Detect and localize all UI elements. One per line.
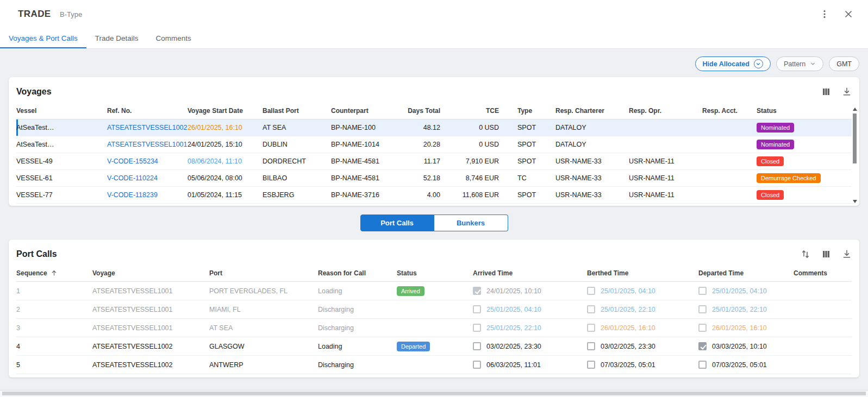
- port-call-sequence: 5: [16, 361, 92, 369]
- voyages-column-header[interactable]: Type: [499, 107, 555, 115]
- voyages-column-header[interactable]: Vessel: [16, 107, 107, 115]
- voyages-column-header[interactable]: Counterpart: [331, 107, 396, 115]
- gmt-button[interactable]: GMT: [829, 56, 859, 71]
- tab-comments[interactable]: Comments: [147, 28, 200, 48]
- voyages-column-header[interactable]: Ref. No.: [107, 107, 188, 115]
- voyages-scrollbar[interactable]: [851, 108, 858, 203]
- voyages-column-header[interactable]: Resp. Charterer: [555, 107, 629, 115]
- download-icon[interactable]: [842, 249, 852, 259]
- voyage-ref-link[interactable]: V-CODE-110224: [107, 174, 188, 182]
- port-calls-column-header[interactable]: Status: [397, 269, 473, 277]
- voyage-row[interactable]: AtSeaTest…ATSEATESTVESSEL100124/01/2025,…: [16, 136, 852, 153]
- departed-actual-checkbox[interactable]: [698, 324, 707, 332]
- scrollbar-track[interactable]: [851, 111, 858, 200]
- voyages-column-header[interactable]: Days Total: [396, 107, 440, 115]
- arrived-actual-checkbox[interactable]: [473, 324, 481, 332]
- port-call-row[interactable]: 2ATSEATESTVESSEL1001MIAMI, FLDischarging…: [16, 300, 852, 319]
- voyage-start-date: 24/01/2025, 15:10: [188, 141, 263, 148]
- column-label: Berthed Time: [587, 269, 628, 277]
- tab-voyages-port-calls[interactable]: Voyages & Port Calls: [0, 28, 86, 48]
- status-badge: Closed: [757, 190, 784, 200]
- hide-allocated-button[interactable]: Hide Allocated: [695, 56, 771, 71]
- port-call-berthed-time: 25/01/2025, 04:10: [587, 287, 698, 295]
- voyage-ref-link[interactable]: ATSEATESTVESSEL1002: [107, 124, 188, 131]
- voyage-status: Closed: [757, 190, 852, 200]
- berthed-actual-checkbox[interactable]: [587, 361, 595, 369]
- port-call-sequence: 4: [16, 343, 92, 350]
- voyage-ref-link[interactable]: V-CODE-118239: [107, 191, 188, 199]
- port-call-row[interactable]: 1ATSEATESTVESSEL1001PORT EVERGLADES, FLL…: [16, 282, 852, 300]
- port-call-arrived-time: 03/02/2025, 23:30: [473, 342, 587, 350]
- port-call-row[interactable]: 4ATSEATESTVESSEL1002GLASGOWLoadingDepart…: [16, 337, 852, 356]
- more-menu-icon[interactable]: [819, 9, 830, 20]
- port-call-reason: Discharging: [318, 306, 397, 313]
- port-calls-card: Port Calls SequenceVoyagePortReason for …: [9, 240, 859, 377]
- arrived-time-text: 25/01/2025, 22:10: [486, 324, 541, 332]
- departed-actual-checkbox[interactable]: [698, 305, 707, 313]
- toggle-bunkers[interactable]: Bunkers: [434, 215, 508, 231]
- tab-bar: Voyages & Port Calls Trade Details Comme…: [0, 28, 868, 49]
- voyage-ref-link[interactable]: V-CODE-155234: [107, 157, 188, 165]
- voyage-start-date: 05/06/2024, 08:00: [188, 174, 263, 182]
- voyages-column-header[interactable]: Resp. Acct.: [702, 107, 757, 115]
- voyages-column-header[interactable]: Voyage Start Date: [188, 107, 263, 115]
- port-call-row[interactable]: 5ATSEATESTVESSEL1002ANTWERPDischarging06…: [16, 356, 852, 374]
- departed-actual-checkbox[interactable]: [698, 287, 707, 295]
- page-title: TRADE: [18, 9, 51, 19]
- window-actions: [819, 9, 854, 20]
- download-icon[interactable]: [842, 87, 852, 97]
- port-call-sequence: 1: [16, 287, 92, 295]
- port-calls-column-header[interactable]: Reason for Call: [318, 269, 397, 277]
- port-calls-column-header[interactable]: Berthed Time: [587, 269, 698, 277]
- trade-type-label: B-Type: [60, 10, 82, 18]
- port-call-arrived-time: 25/01/2025, 22:10: [473, 324, 587, 332]
- voyage-row[interactable]: AtSeaTest…ATSEATESTVESSEL100226/01/2025,…: [16, 119, 852, 136]
- tab-trade-details[interactable]: Trade Details: [86, 28, 147, 48]
- arrived-actual-checkbox[interactable]: [473, 342, 481, 350]
- port-calls-column-header[interactable]: Voyage: [92, 269, 209, 277]
- scrollbar-thumb[interactable]: [853, 114, 857, 163]
- close-icon[interactable]: [843, 9, 854, 20]
- voyages-column-header[interactable]: Resp. Opr.: [629, 107, 702, 115]
- columns-icon[interactable]: [821, 87, 831, 97]
- voyages-column-header[interactable]: TCE: [440, 107, 499, 115]
- voyage-row[interactable]: VESSEL-77V-CODE-11823901/05/2024, 11:15E…: [16, 187, 852, 204]
- berthed-actual-checkbox[interactable]: [587, 305, 595, 313]
- departed-actual-checkbox[interactable]: [698, 342, 707, 350]
- toggle-port-calls[interactable]: Port Calls: [360, 215, 434, 231]
- voyage-tce: 11,608 EUR: [440, 191, 499, 199]
- scroll-down-icon[interactable]: [853, 200, 857, 203]
- horizontal-scrollbar-thumb[interactable]: [2, 392, 866, 395]
- voyage-row[interactable]: VESSEL-49V-CODE-15523408/06/2024, 11:10D…: [16, 153, 852, 170]
- arrived-time-text: 24/01/2025, 10:10: [486, 287, 541, 295]
- berthed-actual-checkbox[interactable]: [587, 342, 595, 350]
- pattern-button[interactable]: Pattern: [776, 56, 823, 71]
- port-call-row[interactable]: 3ATSEATESTVESSEL1001AT SEADischarging25/…: [16, 319, 852, 337]
- port-calls-column-header[interactable]: Sequence: [16, 269, 92, 277]
- arrived-time-text: 03/02/2025, 23:30: [486, 343, 541, 350]
- berthed-actual-checkbox[interactable]: [587, 324, 595, 332]
- arrived-actual-checkbox[interactable]: [473, 361, 481, 369]
- sort-icon[interactable]: [801, 249, 810, 259]
- voyages-column-header[interactable]: Status: [757, 107, 852, 115]
- port-calls-column-header[interactable]: Departed Time: [698, 269, 794, 277]
- arrived-actual-checkbox[interactable]: [473, 305, 481, 313]
- port-calls-column-header[interactable]: Comments: [794, 269, 852, 277]
- horizontal-scrollbar[interactable]: [0, 390, 868, 397]
- port-calls-column-header[interactable]: Arrived Time: [473, 269, 587, 277]
- port-call-arrived-time: 24/01/2025, 10:10: [473, 287, 587, 295]
- voyage-ballast-port: AT SEA: [263, 124, 331, 131]
- voyage-ref-link[interactable]: ATSEATESTVESSEL1001: [107, 141, 188, 148]
- voyages-title: Voyages: [16, 87, 52, 97]
- voyage-type: SPOT: [499, 191, 555, 199]
- arrived-actual-checkbox[interactable]: [473, 287, 481, 295]
- port-calls-table-header: SequenceVoyagePortReason for CallStatusA…: [16, 264, 852, 282]
- column-label: Departed Time: [698, 269, 744, 277]
- port-calls-column-header[interactable]: Port: [209, 269, 318, 277]
- voyages-column-header[interactable]: Ballast Port: [263, 107, 331, 115]
- departed-actual-checkbox[interactable]: [698, 361, 707, 369]
- voyage-row[interactable]: VESSEL-61V-CODE-11022405/06/2024, 08:00B…: [16, 170, 852, 187]
- berthed-actual-checkbox[interactable]: [587, 287, 595, 295]
- columns-icon[interactable]: [821, 249, 831, 259]
- column-label: Reason for Call: [318, 269, 366, 277]
